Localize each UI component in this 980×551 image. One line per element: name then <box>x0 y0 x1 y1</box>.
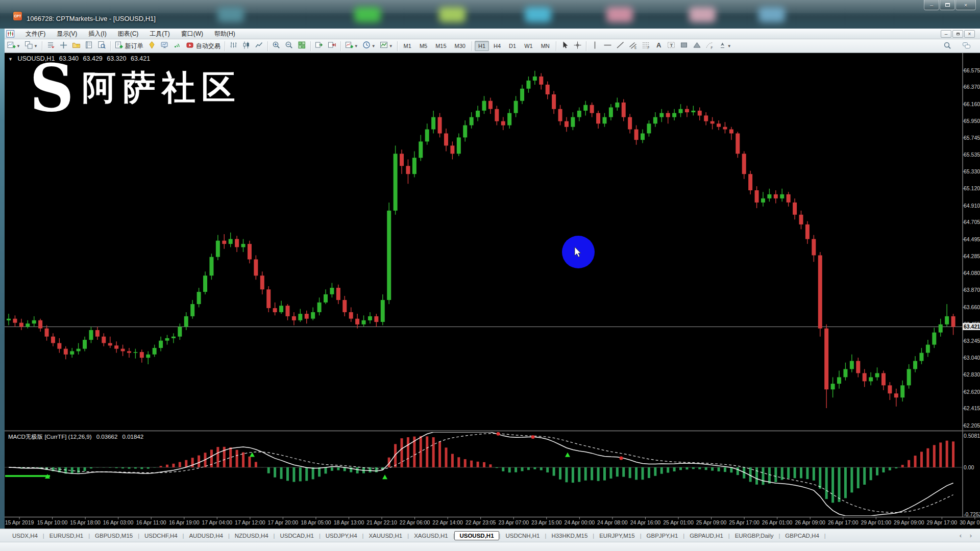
fibonacci-retracement-button[interactable]: F <box>640 40 652 52</box>
menu-c[interactable]: 图表(C) <box>112 29 144 39</box>
chart-shift-button[interactable] <box>326 40 338 52</box>
chart-tab-usdx-h4[interactable]: USDX,H4 <box>7 531 43 540</box>
auto-trading-label: 自动交易 <box>196 42 220 51</box>
mdi-restore-button[interactable] <box>952 30 963 38</box>
chart-tab-usousd-h1[interactable]: USOUSD,H1 <box>454 531 499 540</box>
new-chart-button[interactable]: ▼ <box>5 40 22 52</box>
timeframe-m1[interactable]: M1 <box>400 41 415 51</box>
search-button[interactable] <box>941 41 954 53</box>
menu-t[interactable]: 工具(T) <box>144 29 175 39</box>
chart-tab-xagusd-h1[interactable]: XAGUSD,H1 <box>409 531 453 540</box>
text-tool-icon: A <box>654 41 663 52</box>
trendline-button[interactable] <box>614 40 627 52</box>
chart-tab-usdjpy-h4[interactable]: USDJPY,H4 <box>321 531 362 540</box>
signals-button[interactable] <box>171 40 184 52</box>
chat-button[interactable] <box>960 41 973 53</box>
dropdown-arrow-icon[interactable]: ▼ <box>34 44 38 48</box>
glass-blob <box>217 7 244 22</box>
text-tool-button[interactable]: A <box>652 40 665 52</box>
auto-trading-button[interactable]: 自动交易 <box>184 40 223 52</box>
chart-tab-eurusd-h1[interactable]: EURUSD,H1 <box>44 531 88 540</box>
vertical-line-button[interactable] <box>589 40 601 52</box>
periods-button[interactable]: ▼ <box>360 40 378 52</box>
tab-scroll-arrows[interactable]: ‹ › <box>960 532 975 539</box>
chart-area[interactable] <box>0 53 980 529</box>
chart-tab-gbpcad-h4[interactable]: GBPCAD,H4 <box>780 531 824 540</box>
toolbar-separator <box>310 41 311 51</box>
timeframe-h4[interactable]: H4 <box>490 41 504 51</box>
tile-windows-button[interactable] <box>296 40 308 52</box>
dropdown-arrow-icon[interactable]: ▼ <box>16 44 20 48</box>
text-label-button[interactable]: T <box>665 40 678 52</box>
close-button[interactable]: × <box>955 0 976 10</box>
chart-tab-h33hkd-m15[interactable]: H33HKD,M15 <box>546 531 593 540</box>
style-painter-button[interactable] <box>145 40 158 52</box>
time-axis-label: 15 Apr 18:00 <box>70 519 101 525</box>
menu-v[interactable]: 显示(V) <box>51 29 83 39</box>
dropdown-arrow-icon[interactable]: ▼ <box>372 44 376 48</box>
equidistant-channel-button[interactable]: E <box>627 40 640 52</box>
svg-text:T: T <box>670 42 673 47</box>
zoom-in-button[interactable] <box>270 40 283 52</box>
line-chart-button[interactable] <box>253 40 265 52</box>
glass-blob <box>758 7 785 22</box>
chart-tab-usdcad-h1[interactable]: USDCAD,H1 <box>275 531 318 540</box>
bar-chart-button[interactable] <box>227 40 240 52</box>
zoom-out-button[interactable] <box>283 40 296 52</box>
dropdown-arrow-icon[interactable]: ▼ <box>354 44 358 48</box>
macd-indicator-label: MACD无极版 [CurrTF] (12,26,9) 0.03662 0.018… <box>8 433 143 441</box>
chart-tab-nzdusd-h4[interactable]: NZDUSD,H4 <box>230 531 274 540</box>
menu-bar: 文件(F)显示(V)插入(I)图表(C)工具(T)窗口(W)帮助(H) – × <box>0 29 980 39</box>
menu-h[interactable]: 帮助(H) <box>209 29 241 39</box>
rectangle-tool-button[interactable] <box>678 40 691 52</box>
terminal-button[interactable] <box>95 40 108 52</box>
chart-tab-usdcnh-h1[interactable]: USDCNH,H1 <box>500 531 545 540</box>
mdi-close-button[interactable]: × <box>964 30 975 38</box>
timeframe-m15[interactable]: M15 <box>432 41 450 51</box>
timeframe-m30[interactable]: M30 <box>451 41 469 51</box>
style-painter-icon <box>148 41 156 52</box>
candlestick-chart-icon <box>242 41 251 52</box>
timeframe-w1[interactable]: W1 <box>521 41 536 51</box>
navigator-button[interactable] <box>83 40 95 52</box>
mdi-minimize-button[interactable]: – <box>941 30 951 38</box>
dropdown-arrow-icon[interactable]: ▼ <box>389 44 393 48</box>
triangle-tool-button[interactable] <box>691 40 703 52</box>
app-icon[interactable]: CPT <box>13 12 22 20</box>
cursor-tool-button[interactable] <box>558 40 571 52</box>
chart-tab-usdchf-h4[interactable]: USDCHF,H4 <box>139 531 183 540</box>
chart-window-icon[interactable] <box>6 30 15 38</box>
chart-tab-xauusd-h1[interactable]: XAUUSD,H1 <box>363 531 407 540</box>
templates-button[interactable]: ▼ <box>378 40 395 52</box>
fibo-channel-button[interactable]: F <box>703 40 716 52</box>
toolbar-separator <box>472 41 472 51</box>
menu-i[interactable]: 插入(I) <box>83 29 112 39</box>
indicators-list-button[interactable]: ▼ <box>343 40 360 52</box>
chart-tab-eurgbp-daily[interactable]: EURGBP,Daily <box>730 531 779 540</box>
minimize-button[interactable]: – <box>924 0 939 10</box>
maximize-button[interactable] <box>940 0 955 10</box>
timeframe-m5[interactable]: M5 <box>416 41 431 51</box>
auto-scroll-button[interactable] <box>313 40 326 52</box>
chart-tab-audusd-h4[interactable]: AUDUSD,H4 <box>184 531 228 540</box>
timeframe-h1[interactable]: H1 <box>475 41 489 51</box>
arrow-symbols-button[interactable]: ▼ <box>716 40 733 52</box>
chart-tab-gbpjpy-h1[interactable]: GBPJPY,H1 <box>642 531 683 540</box>
chart-tab-gbpaud-h1[interactable]: GBPAUD,H1 <box>684 531 728 540</box>
menu-f[interactable]: 文件(F) <box>20 29 51 39</box>
dropdown-arrow-icon[interactable]: ▼ <box>727 44 731 48</box>
candlestick-chart-button[interactable] <box>240 40 253 52</box>
new-order-button[interactable]: 新订单 <box>113 40 145 52</box>
timeframe-mn[interactable]: MN <box>537 41 553 51</box>
price-axis-label: 65.745 <box>964 135 979 141</box>
chart-tab-gbpusd-m15[interactable]: GBPUSD,M15 <box>90 531 138 540</box>
price-axis-label: 65.330 <box>964 168 979 174</box>
one-click-caret-icon[interactable]: ▼ <box>8 57 13 62</box>
crosshair-tool-button[interactable] <box>571 40 584 52</box>
time-axis-label: 23 Apr 07:00 <box>498 519 529 525</box>
strategy-tester-button[interactable] <box>158 40 171 52</box>
menu-w[interactable]: 窗口(W) <box>176 29 209 39</box>
timeframe-d1[interactable]: D1 <box>505 41 520 51</box>
horizontal-line-button[interactable] <box>601 40 614 52</box>
chart-tab-eurjpy-m15[interactable]: EURJPY,M15 <box>594 531 640 540</box>
